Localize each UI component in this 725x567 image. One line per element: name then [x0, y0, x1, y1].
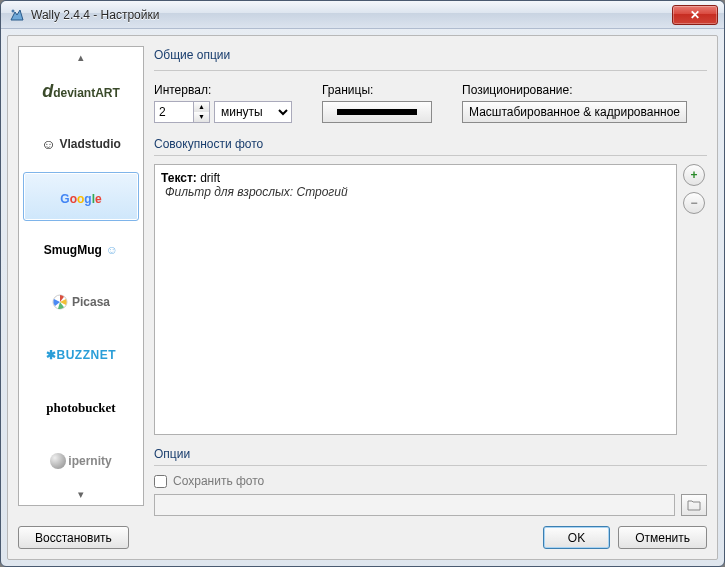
add-collection-button[interactable]: +	[683, 164, 705, 186]
list-item[interactable]: Текст: drift	[161, 171, 670, 185]
window-title: Wally 2.4.4 - Настройки	[31, 8, 672, 22]
restore-button[interactable]: Восстановить	[18, 526, 129, 549]
list-item-detail: Фильтр для взрослых: Строгий	[165, 185, 670, 199]
source-sidebar: ▴ ddeviantART ☺Vladstudio Google SmugMug…	[18, 46, 144, 506]
svg-point-0	[12, 9, 15, 12]
sidebar-item-google[interactable]: Google	[23, 172, 139, 221]
sidebar-item-label: BUZZNET	[57, 348, 117, 362]
spin-down[interactable]: ▼	[194, 112, 209, 122]
scroll-up-button[interactable]: ▴	[19, 51, 143, 65]
browse-button[interactable]	[681, 494, 707, 516]
sidebar-item-label: Picasa	[72, 295, 110, 309]
sidebar-item-deviantart[interactable]: ddeviantART	[23, 67, 139, 116]
close-button[interactable]: ✕	[672, 5, 718, 25]
interval-unit-select[interactable]: минуты	[214, 101, 292, 123]
folder-icon	[687, 499, 701, 511]
sidebar-item-label: Vladstudio	[59, 137, 120, 151]
sidebar-item-label: deviantART	[53, 86, 120, 100]
interval-input[interactable]	[154, 101, 194, 123]
position-label: Позиционирование:	[462, 83, 687, 97]
person-icon: ☺	[41, 136, 55, 152]
sidebar-item-picasa[interactable]: Picasa	[23, 278, 139, 327]
remove-collection-button[interactable]: −	[683, 192, 705, 214]
sidebar-item-buzznet[interactable]: ✱BUZZNET	[23, 331, 139, 380]
position-button[interactable]: Масштабированное & кадрированное	[462, 101, 687, 123]
sidebar-item-smugmug[interactable]: SmugMug☺	[23, 225, 139, 274]
close-icon: ✕	[690, 8, 700, 22]
save-photo-checkbox[interactable]	[154, 475, 167, 488]
collections-list[interactable]: Текст: drift Фильтр для взрослых: Строги…	[154, 164, 677, 435]
scroll-down-button[interactable]: ▾	[19, 487, 143, 501]
titlebar[interactable]: Wally 2.4.4 - Настройки ✕	[1, 1, 724, 29]
settings-window: Wally 2.4.4 - Настройки ✕ ▴ ddeviantART …	[0, 0, 725, 567]
interval-label: Интервал:	[154, 83, 292, 97]
cancel-button[interactable]: Отменить	[618, 526, 707, 549]
save-photo-checkbox-row[interactable]: Сохранить фото	[154, 474, 707, 488]
border-swatch	[337, 109, 417, 115]
general-heading: Общие опции	[154, 46, 707, 64]
save-photo-label: Сохранить фото	[173, 474, 264, 488]
interval-spinner[interactable]: ▲▼	[154, 101, 210, 123]
dialog-footer: Восстановить OK Отменить	[18, 526, 707, 549]
spin-up[interactable]: ▲	[194, 102, 209, 112]
smile-icon: ☺	[106, 243, 118, 257]
sidebar-item-vladstudio[interactable]: ☺Vladstudio	[23, 119, 139, 168]
ok-button[interactable]: OK	[543, 526, 610, 549]
border-color-button[interactable]	[322, 101, 432, 123]
sidebar-item-label: SmugMug	[44, 243, 102, 257]
sidebar-item-ipernity[interactable]: ipernity	[23, 436, 139, 485]
collections-heading: Совокупности фото	[154, 135, 707, 153]
globe-icon	[50, 453, 66, 469]
plus-icon: +	[690, 168, 697, 182]
sidebar-item-photobucket[interactable]: photobucket	[23, 384, 139, 433]
app-icon	[9, 7, 25, 23]
options-heading: Опции	[154, 445, 707, 463]
sidebar-item-label: ipernity	[68, 454, 111, 468]
content-pane: Общие опции Интервал: ▲▼ минуты	[154, 46, 707, 516]
minus-icon: −	[690, 196, 697, 210]
picasa-icon	[52, 294, 68, 310]
borders-label: Границы:	[322, 83, 432, 97]
client-area: ▴ ddeviantART ☺Vladstudio Google SmugMug…	[7, 35, 718, 560]
save-path-input[interactable]	[154, 494, 675, 516]
sidebar-item-label: photobucket	[46, 400, 115, 416]
